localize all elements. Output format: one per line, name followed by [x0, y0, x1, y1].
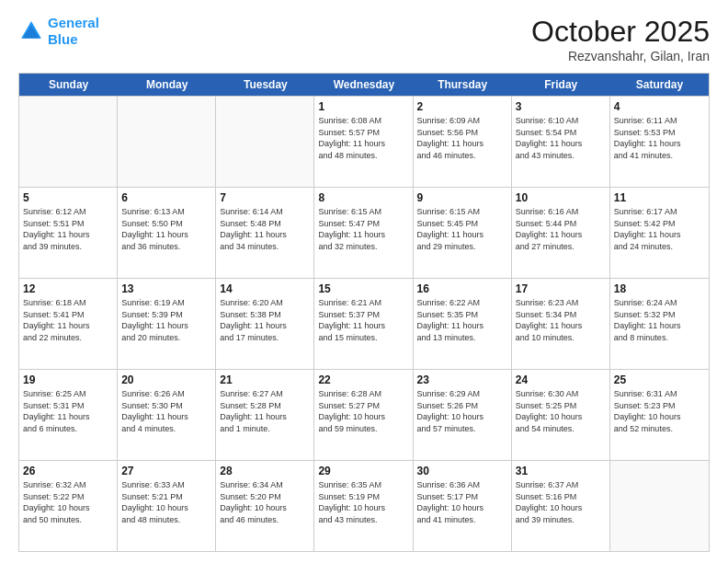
- weekday-header-sunday: Sunday: [19, 74, 118, 96]
- day-info: Sunrise: 6:25 AM Sunset: 5:31 PM Dayligh…: [23, 388, 113, 434]
- day-cell-24: 24Sunrise: 6:30 AM Sunset: 5:25 PM Dayli…: [512, 370, 610, 460]
- day-cell-23: 23Sunrise: 6:29 AM Sunset: 5:26 PM Dayli…: [414, 370, 512, 460]
- day-cell-28: 28Sunrise: 6:34 AM Sunset: 5:20 PM Dayli…: [216, 461, 314, 551]
- day-number: 21: [220, 373, 310, 387]
- day-number: 11: [614, 190, 705, 205]
- day-cell-20: 20Sunrise: 6:26 AM Sunset: 5:30 PM Dayli…: [118, 370, 216, 460]
- day-info: Sunrise: 6:37 AM Sunset: 5:16 PM Dayligh…: [516, 479, 606, 525]
- day-number: 23: [417, 373, 507, 387]
- day-info: Sunrise: 6:24 AM Sunset: 5:32 PM Dayligh…: [614, 297, 705, 343]
- weekday-header-monday: Monday: [118, 74, 216, 96]
- day-cell-27: 27Sunrise: 6:33 AM Sunset: 5:21 PM Dayli…: [118, 461, 216, 551]
- day-number: 10: [516, 190, 606, 205]
- day-number: 9: [417, 190, 507, 205]
- day-number: 20: [121, 373, 211, 387]
- day-cell-3: 3Sunrise: 6:10 AM Sunset: 5:54 PM Daylig…: [512, 97, 610, 187]
- day-info: Sunrise: 6:10 AM Sunset: 5:54 PM Dayligh…: [516, 115, 606, 161]
- day-info: Sunrise: 6:35 AM Sunset: 5:19 PM Dayligh…: [318, 479, 408, 525]
- day-number: 13: [121, 282, 211, 296]
- day-number: 8: [318, 190, 408, 205]
- day-cell-empty-0-2: [216, 97, 314, 187]
- calendar-body: 1Sunrise: 6:08 AM Sunset: 5:57 PM Daylig…: [19, 96, 709, 551]
- calendar-row-5: 26Sunrise: 6:32 AM Sunset: 5:22 PM Dayli…: [19, 460, 709, 551]
- day-number: 15: [318, 282, 408, 296]
- day-cell-30: 30Sunrise: 6:36 AM Sunset: 5:17 PM Dayli…: [414, 461, 512, 551]
- day-number: 7: [220, 190, 310, 205]
- day-number: 14: [220, 282, 310, 296]
- month-title: October 2025: [531, 15, 710, 49]
- logo-icon: [18, 18, 44, 44]
- header: General Blue October 2025 Rezvanshahr, G…: [18, 15, 710, 63]
- day-number: 6: [121, 190, 211, 205]
- day-info: Sunrise: 6:15 AM Sunset: 5:47 PM Dayligh…: [318, 206, 408, 252]
- logo-line1: General: [48, 15, 99, 30]
- day-info: Sunrise: 6:20 AM Sunset: 5:38 PM Dayligh…: [220, 297, 310, 343]
- day-cell-26: 26Sunrise: 6:32 AM Sunset: 5:22 PM Dayli…: [19, 461, 118, 551]
- day-cell-8: 8Sunrise: 6:15 AM Sunset: 5:47 PM Daylig…: [314, 188, 413, 278]
- day-info: Sunrise: 6:34 AM Sunset: 5:20 PM Dayligh…: [220, 479, 310, 525]
- day-info: Sunrise: 6:33 AM Sunset: 5:21 PM Dayligh…: [121, 479, 211, 525]
- day-cell-17: 17Sunrise: 6:23 AM Sunset: 5:34 PM Dayli…: [512, 279, 610, 369]
- calendar: SundayMondayTuesdayWednesdayThursdayFrid…: [18, 73, 710, 552]
- day-info: Sunrise: 6:14 AM Sunset: 5:48 PM Dayligh…: [220, 206, 310, 252]
- day-number: 4: [614, 99, 705, 114]
- day-number: 24: [516, 373, 606, 387]
- day-cell-empty-0-1: [118, 97, 216, 187]
- day-number: 2: [417, 99, 507, 114]
- day-info: Sunrise: 6:27 AM Sunset: 5:28 PM Dayligh…: [220, 388, 310, 434]
- day-number: 18: [614, 282, 705, 296]
- day-number: 1: [318, 99, 408, 114]
- day-number: 28: [220, 464, 310, 478]
- day-cell-empty-0-0: [19, 97, 118, 187]
- day-info: Sunrise: 6:11 AM Sunset: 5:53 PM Dayligh…: [614, 115, 705, 161]
- day-info: Sunrise: 6:36 AM Sunset: 5:17 PM Dayligh…: [417, 479, 507, 525]
- calendar-row-1: 1Sunrise: 6:08 AM Sunset: 5:57 PM Daylig…: [19, 96, 709, 187]
- day-info: Sunrise: 6:15 AM Sunset: 5:45 PM Dayligh…: [417, 206, 507, 252]
- day-cell-1: 1Sunrise: 6:08 AM Sunset: 5:57 PM Daylig…: [314, 97, 413, 187]
- day-number: 27: [121, 464, 211, 478]
- day-number: 31: [516, 464, 606, 478]
- calendar-row-4: 19Sunrise: 6:25 AM Sunset: 5:31 PM Dayli…: [19, 369, 709, 460]
- day-cell-7: 7Sunrise: 6:14 AM Sunset: 5:48 PM Daylig…: [216, 188, 314, 278]
- day-cell-12: 12Sunrise: 6:18 AM Sunset: 5:41 PM Dayli…: [19, 279, 118, 369]
- day-info: Sunrise: 6:08 AM Sunset: 5:57 PM Dayligh…: [318, 115, 408, 161]
- page: General Blue October 2025 Rezvanshahr, G…: [0, 0, 728, 563]
- day-cell-4: 4Sunrise: 6:11 AM Sunset: 5:53 PM Daylig…: [610, 97, 709, 187]
- day-info: Sunrise: 6:22 AM Sunset: 5:35 PM Dayligh…: [417, 297, 507, 343]
- weekday-header-wednesday: Wednesday: [314, 74, 413, 96]
- day-number: 19: [23, 373, 113, 387]
- weekday-header-saturday: Saturday: [610, 74, 709, 96]
- day-info: Sunrise: 6:26 AM Sunset: 5:30 PM Dayligh…: [121, 388, 211, 434]
- day-cell-5: 5Sunrise: 6:12 AM Sunset: 5:51 PM Daylig…: [19, 188, 118, 278]
- calendar-header: SundayMondayTuesdayWednesdayThursdayFrid…: [19, 74, 709, 96]
- day-info: Sunrise: 6:16 AM Sunset: 5:44 PM Dayligh…: [516, 206, 606, 252]
- day-cell-25: 25Sunrise: 6:31 AM Sunset: 5:23 PM Dayli…: [610, 370, 709, 460]
- day-number: 12: [23, 282, 113, 296]
- day-info: Sunrise: 6:23 AM Sunset: 5:34 PM Dayligh…: [516, 297, 606, 343]
- day-info: Sunrise: 6:18 AM Sunset: 5:41 PM Dayligh…: [23, 297, 113, 343]
- logo-line2: Blue: [48, 31, 78, 47]
- day-number: 26: [23, 464, 113, 478]
- day-info: Sunrise: 6:29 AM Sunset: 5:26 PM Dayligh…: [417, 388, 507, 434]
- day-number: 29: [318, 464, 408, 478]
- calendar-row-3: 12Sunrise: 6:18 AM Sunset: 5:41 PM Dayli…: [19, 278, 709, 369]
- weekday-header-thursday: Thursday: [414, 74, 512, 96]
- day-number: 3: [516, 99, 606, 114]
- day-cell-13: 13Sunrise: 6:19 AM Sunset: 5:39 PM Dayli…: [118, 279, 216, 369]
- day-info: Sunrise: 6:17 AM Sunset: 5:42 PM Dayligh…: [614, 206, 705, 252]
- day-info: Sunrise: 6:09 AM Sunset: 5:56 PM Dayligh…: [417, 115, 507, 161]
- day-number: 17: [516, 282, 606, 296]
- day-cell-11: 11Sunrise: 6:17 AM Sunset: 5:42 PM Dayli…: [610, 188, 709, 278]
- day-cell-31: 31Sunrise: 6:37 AM Sunset: 5:16 PM Dayli…: [512, 461, 610, 551]
- weekday-header-tuesday: Tuesday: [216, 74, 314, 96]
- day-info: Sunrise: 6:21 AM Sunset: 5:37 PM Dayligh…: [318, 297, 408, 343]
- day-cell-2: 2Sunrise: 6:09 AM Sunset: 5:56 PM Daylig…: [414, 97, 512, 187]
- day-cell-10: 10Sunrise: 6:16 AM Sunset: 5:44 PM Dayli…: [512, 188, 610, 278]
- day-cell-19: 19Sunrise: 6:25 AM Sunset: 5:31 PM Dayli…: [19, 370, 118, 460]
- day-cell-29: 29Sunrise: 6:35 AM Sunset: 5:19 PM Dayli…: [314, 461, 413, 551]
- day-cell-9: 9Sunrise: 6:15 AM Sunset: 5:45 PM Daylig…: [414, 188, 512, 278]
- day-cell-empty-4-6: [610, 461, 709, 551]
- title-block: October 2025 Rezvanshahr, Gilan, Iran: [531, 15, 710, 63]
- day-cell-6: 6Sunrise: 6:13 AM Sunset: 5:50 PM Daylig…: [118, 188, 216, 278]
- day-number: 5: [23, 190, 113, 205]
